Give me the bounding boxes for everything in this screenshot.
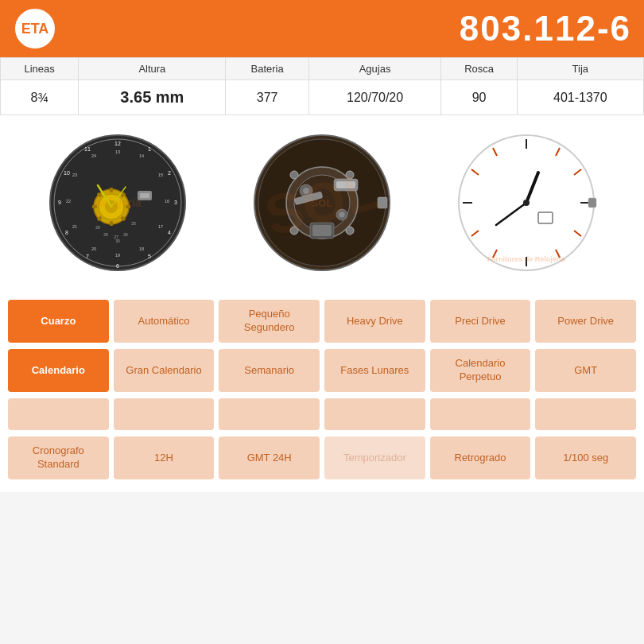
svg-text:2: 2 [168, 170, 171, 176]
watch-back-image: SOL [250, 131, 394, 274]
svg-rect-86 [538, 212, 553, 223]
svg-text:4: 4 [168, 230, 171, 235]
logo-text: ETA [21, 21, 49, 37]
btn-empty-5 [430, 398, 531, 430]
svg-rect-36 [110, 221, 113, 226]
btn-fases-lunares[interactable]: Fases Lunares [324, 349, 425, 392]
features-row-3 [8, 398, 636, 430]
watch-clock-image: Fornitures de Relojería [455, 131, 598, 274]
val-rosca: 90 [441, 80, 517, 115]
btn-empty-6 [535, 398, 636, 430]
svg-text:28: 28 [104, 232, 109, 237]
btn-semanario[interactable]: Semanario [219, 349, 320, 392]
svg-text:9: 9 [58, 200, 61, 205]
svg-text:10: 10 [64, 170, 70, 176]
svg-rect-46 [140, 193, 149, 198]
header: ETA 803.112-6 [0, 0, 644, 57]
val-bateria: 377 [226, 80, 308, 115]
svg-text:6: 6 [116, 263, 119, 269]
svg-text:19: 19 [115, 253, 120, 258]
svg-text:14: 14 [139, 153, 144, 158]
svg-point-61 [303, 188, 309, 194]
svg-text:12: 12 [114, 141, 121, 146]
svg-text:29: 29 [96, 225, 101, 230]
features-row-1: Cuarzo Automático Pequeño Segundero Heav… [8, 300, 636, 343]
btn-gmt[interactable]: GMT [535, 349, 636, 392]
svg-point-54 [346, 227, 354, 235]
btn-empty-3 [219, 398, 320, 430]
svg-text:1: 1 [148, 146, 151, 152]
svg-text:3: 3 [174, 200, 177, 205]
btn-calendario-perpetuo[interactable]: Calendario Perpetuo [430, 349, 531, 392]
val-agujas: 120/70/20 [308, 80, 441, 115]
features-row-4: Cronografo Standard 12H GMT 24H Temporiz… [8, 436, 636, 479]
col-agujas: Agujas [308, 58, 441, 80]
col-bateria: Bateria [226, 58, 308, 80]
col-tija: Tija [517, 58, 643, 80]
images-area: 12 1 2 3 4 5 6 7 8 9 10 11 13 14 15 16 1… [0, 115, 644, 290]
btn-empty-4 [324, 398, 425, 430]
svg-text:30: 30 [116, 239, 121, 243]
col-lineas: Lineas [1, 58, 79, 80]
svg-text:16: 16 [165, 199, 169, 204]
svg-point-89 [523, 200, 530, 206]
col-rosca: Rosca [441, 58, 517, 80]
svg-text:17: 17 [158, 224, 163, 229]
btn-heavy-drive[interactable]: Heavy Drive [324, 300, 425, 343]
svg-text:18: 18 [139, 246, 144, 251]
btn-power-drive[interactable]: Power Drive [535, 300, 636, 343]
val-altura: 3.65 mm [79, 80, 226, 115]
specs-table: Lineas Altura Bateria Agujas Rosca Tija … [0, 57, 644, 115]
btn-empty-1 [8, 398, 109, 430]
svg-point-53 [290, 227, 298, 235]
btn-preci-drive[interactable]: Preci Drive [430, 300, 531, 343]
svg-text:13: 13 [115, 149, 120, 154]
svg-point-63 [339, 212, 344, 218]
features-row-2: Calendario Gran Calendario Semanario Fas… [8, 349, 636, 392]
svg-text:7: 7 [86, 254, 89, 259]
btn-empty-2 [114, 398, 215, 430]
btn-retrogrado[interactable]: Retrogrado [430, 436, 531, 479]
svg-rect-90 [588, 198, 596, 208]
svg-point-51 [290, 171, 298, 179]
btn-1-100-seg[interactable]: 1/100 seg [535, 436, 636, 479]
svg-rect-58 [312, 225, 332, 236]
btn-pequeno-segundero[interactable]: Pequeño Segundero [219, 300, 320, 343]
val-tija: 401-1370 [517, 80, 643, 115]
svg-text:23: 23 [72, 173, 77, 177]
btn-12h[interactable]: 12H [114, 436, 215, 479]
svg-text:24: 24 [91, 153, 96, 158]
btn-automatico[interactable]: Automático [114, 300, 215, 343]
btn-cuarzo[interactable]: Cuarzo [8, 300, 109, 343]
svg-rect-38 [126, 205, 130, 208]
svg-text:21: 21 [72, 224, 77, 229]
model-number: 803.112-6 [57, 9, 631, 48]
svg-text:22: 22 [66, 199, 71, 204]
col-altura: Altura [79, 58, 226, 80]
features-area: Cuarzo Automático Pequeño Segundero Heav… [0, 290, 644, 492]
svg-text:8: 8 [65, 230, 68, 235]
svg-text:25: 25 [132, 221, 137, 226]
svg-text:26: 26 [124, 232, 129, 237]
btn-calendario[interactable]: Calendario [8, 349, 109, 392]
val-lineas: 8¾ [1, 80, 79, 115]
svg-text:15: 15 [158, 173, 163, 177]
btn-cronografo-standard[interactable]: Cronografo Standard [8, 436, 109, 479]
watch-front-image: 12 1 2 3 4 5 6 7 8 9 10 11 13 14 15 16 1… [46, 131, 189, 274]
btn-temporizador[interactable]: Temporizador [324, 436, 425, 479]
svg-rect-59 [378, 197, 387, 208]
svg-rect-37 [92, 205, 97, 208]
btn-gran-calendario[interactable]: Gran Calendario [114, 349, 215, 392]
svg-text:11: 11 [84, 146, 91, 152]
svg-text:20: 20 [91, 246, 96, 251]
svg-point-52 [346, 171, 354, 179]
svg-rect-35 [110, 188, 113, 192]
svg-text:5: 5 [148, 254, 151, 259]
svg-rect-56 [336, 181, 355, 188]
btn-gmt-24h[interactable]: GMT 24H [219, 436, 320, 479]
eta-logo: ETA [13, 6, 57, 51]
